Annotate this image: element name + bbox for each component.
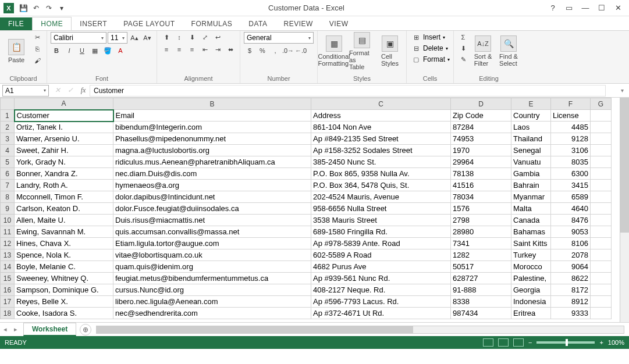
cell[interactable]: Turkey <box>511 249 551 261</box>
cell[interactable]: 602-5589 A Road <box>311 249 451 261</box>
cell[interactable]: Warner, Arsenio U. <box>15 133 113 145</box>
format-painter-button[interactable]: 🖌 <box>31 55 43 66</box>
cell[interactable]: 87284 <box>451 122 511 133</box>
zoom-slider[interactable] <box>536 341 595 344</box>
cell[interactable]: 29964 <box>451 156 511 168</box>
cell[interactable]: Hines, Chava X. <box>15 238 113 249</box>
cell[interactable]: Senegal <box>511 145 551 156</box>
font-size-combo[interactable]: 11▾ <box>108 32 127 44</box>
cell[interactable]: 3415 <box>551 180 591 191</box>
cell[interactable]: 8338 <box>451 296 511 308</box>
cell[interactable]: Allen, Maite U. <box>15 215 113 226</box>
borders-button[interactable]: ▦ <box>89 45 101 56</box>
row-header[interactable]: 9 <box>1 203 15 215</box>
cell[interactable]: Myanmar <box>511 191 551 203</box>
column-header[interactable]: A <box>15 98 113 110</box>
column-header[interactable]: B <box>113 98 311 110</box>
increase-font-button[interactable]: A▴ <box>129 33 140 43</box>
maximize-button[interactable]: ☐ <box>594 2 609 14</box>
cell[interactable]: Boyle, Melanie C. <box>15 261 113 273</box>
scrollbar-thumb[interactable] <box>97 326 413 333</box>
cell[interactable]: Email <box>113 110 311 122</box>
align-left-button[interactable]: ≡ <box>161 44 172 55</box>
tab-insert[interactable]: INSERT <box>72 17 115 30</box>
help-button[interactable]: ? <box>545 2 560 14</box>
cell[interactable]: 3106 <box>551 145 591 156</box>
cell[interactable]: 3538 Mauris Street <box>311 215 451 226</box>
minimize-button[interactable]: — <box>578 2 593 14</box>
cell[interactable]: Mcconnell, Timon F. <box>15 191 113 203</box>
cell[interactable]: Ap #849-2135 Sed Street <box>311 133 451 145</box>
cell[interactable] <box>591 308 612 319</box>
row-header[interactable]: 1 <box>1 110 15 122</box>
cell[interactable] <box>591 226 612 238</box>
align-top-button[interactable]: ⬆ <box>161 32 172 42</box>
save-button[interactable]: 💾 <box>17 2 29 14</box>
row-header[interactable]: 14 <box>1 261 15 273</box>
cell[interactable]: Country <box>511 110 551 122</box>
cell[interactable]: Thailand <box>511 133 551 145</box>
cell[interactable]: 861-104 Non Ave <box>311 122 451 133</box>
cell[interactable] <box>591 191 612 203</box>
ribbon-options-button[interactable]: ▭ <box>562 2 577 14</box>
cell[interactable]: Zip Code <box>451 110 511 122</box>
cell[interactable]: 6589 <box>551 191 591 203</box>
cell[interactable] <box>591 156 612 168</box>
decrease-indent-button[interactable]: ⇤ <box>199 44 211 55</box>
row-header[interactable]: 8 <box>1 191 15 203</box>
insert-cells-button[interactable]: ⊞Insert▾ <box>410 32 450 42</box>
cell[interactable]: Duis.risus@miacmattis.net <box>113 215 311 226</box>
cell[interactable]: 8622 <box>551 273 591 284</box>
cell[interactable]: 689-1580 Fringilla Rd. <box>311 226 451 238</box>
cell[interactable] <box>591 249 612 261</box>
tab-formulas[interactable]: FORMULAS <box>183 17 241 30</box>
autosum-button[interactable]: Σ <box>457 32 469 42</box>
cell[interactable] <box>591 145 612 156</box>
cell[interactable]: Bahamas <box>511 226 551 238</box>
cell[interactable]: feugiat.metus@bibendumfermentummetus.ca <box>113 273 311 284</box>
column-header[interactable]: D <box>451 98 511 110</box>
cell[interactable]: 50517 <box>451 261 511 273</box>
number-format-combo[interactable]: General▾ <box>244 32 314 44</box>
tab-nav-prev-button[interactable]: ▸ <box>10 326 21 333</box>
cell[interactable]: Sweet, Zahir H. <box>15 145 113 156</box>
row-header[interactable]: 15 <box>1 273 15 284</box>
cell[interactable]: P.O. Box 865, 9358 Nulla Av. <box>311 168 451 180</box>
redo-button[interactable]: ↷ <box>43 2 55 14</box>
column-header[interactable]: E <box>511 98 551 110</box>
cell[interactable]: License <box>551 110 591 122</box>
align-center-button[interactable]: ≡ <box>173 44 185 55</box>
decrease-decimal-button[interactable]: ←.0 <box>295 45 307 56</box>
cell[interactable] <box>591 273 612 284</box>
cell[interactable]: magna.a@luctuslobortis.org <box>113 145 311 156</box>
cell[interactable]: 4640 <box>551 203 591 215</box>
italic-button[interactable]: I <box>63 45 75 56</box>
paste-button[interactable]: 📋 Paste <box>3 32 29 70</box>
cell[interactable]: 8476 <box>551 215 591 226</box>
cell[interactable]: 7341 <box>451 238 511 249</box>
cell[interactable]: nec.diam.Duis@dis.com <box>113 168 311 180</box>
find-select-button[interactable]: 🔍Find & Select <box>497 32 520 70</box>
select-all-corner[interactable] <box>1 98 15 110</box>
normal-view-button[interactable] <box>483 338 493 347</box>
tab-review[interactable]: REVIEW <box>275 17 321 30</box>
cell-styles-button[interactable]: ▣Cell Styles <box>377 32 403 70</box>
orientation-button[interactable]: ⤢ <box>199 32 211 42</box>
cell[interactable]: 408-2127 Neque. Rd. <box>311 284 451 296</box>
row-header[interactable]: 6 <box>1 168 15 180</box>
cell[interactable]: Bonner, Xandra Z. <box>15 168 113 180</box>
format-cells-button[interactable]: ▢Format▾ <box>410 54 450 65</box>
cell[interactable]: libero.nec.ligula@Aenean.com <box>113 296 311 308</box>
cancel-formula-button[interactable]: ✕ <box>51 85 64 97</box>
page-break-view-button[interactable] <box>513 338 524 347</box>
zoom-in-button[interactable]: + <box>599 339 603 346</box>
cell[interactable]: 628727 <box>451 273 511 284</box>
cell[interactable] <box>591 180 612 191</box>
cell[interactable]: 2798 <box>451 215 511 226</box>
cell[interactable]: Sweeney, Whitney Q. <box>15 273 113 284</box>
merge-center-button[interactable]: ⬌ <box>225 44 236 55</box>
accounting-button[interactable]: $ <box>244 45 255 56</box>
cell[interactable]: Bahrain <box>511 180 551 191</box>
tab-page-layout[interactable]: PAGE LAYOUT <box>115 17 183 30</box>
cell[interactable]: nec@sedhendrerita.com <box>113 308 311 319</box>
